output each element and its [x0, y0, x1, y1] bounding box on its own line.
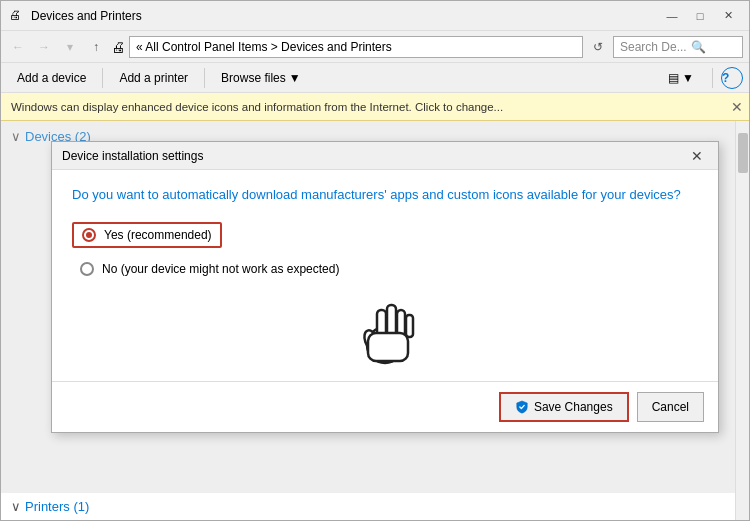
search-placeholder: Search De... [620, 40, 687, 54]
browse-files-button[interactable]: Browse files ▼ [211, 66, 311, 90]
dialog-question: Do you want to automatically download ma… [72, 186, 698, 204]
browse-files-arrow: ▼ [289, 71, 301, 85]
minimize-button[interactable]: — [659, 5, 685, 27]
window-icon: 🖨 [9, 8, 25, 24]
yes-option[interactable]: Yes (recommended) [72, 222, 222, 248]
svg-rect-6 [368, 333, 408, 361]
search-icon: 🔍 [691, 40, 706, 54]
address-path-text: « All Control Panel Items > Devices and … [136, 40, 392, 54]
toolbar-right: ▤ ▼ ? [658, 66, 743, 90]
window-controls: — □ ✕ [659, 5, 741, 27]
dialog-title: Device installation settings [62, 149, 686, 163]
toolbar: Add a device Add a printer Browse files … [1, 63, 749, 93]
close-button[interactable]: ✕ [715, 5, 741, 27]
dialog-close-button[interactable]: ✕ [686, 146, 708, 166]
dialog-footer: Save Changes Cancel [52, 381, 718, 432]
notification-text: Windows can display enhanced device icon… [11, 101, 503, 113]
toolbar-separator-3 [712, 68, 713, 88]
notification-bar: Windows can display enhanced device icon… [1, 93, 749, 121]
device-installation-dialog: Device installation settings ✕ Do you wa… [51, 141, 719, 433]
cancel-button[interactable]: Cancel [637, 392, 704, 422]
save-changes-button[interactable]: Save Changes [499, 392, 629, 422]
toolbar-separator-1 [102, 68, 103, 88]
maximize-button[interactable]: □ [687, 5, 713, 27]
refresh-button[interactable]: ↺ [587, 36, 609, 58]
view-icon: ▤ [668, 71, 679, 85]
shield-icon [515, 400, 529, 414]
printers-chevron-icon: ∨ [11, 499, 21, 514]
window-title: Devices and Printers [31, 9, 659, 23]
help-button[interactable]: ? [721, 67, 743, 89]
main-content: ∨ Devices (2) Device installation settin… [1, 121, 749, 520]
no-radio-button[interactable] [80, 262, 94, 276]
svg-rect-4 [406, 315, 413, 337]
cursor-area [72, 290, 698, 365]
title-bar: 🖨 Devices and Printers — □ ✕ [1, 1, 749, 31]
toolbar-separator-2 [204, 68, 205, 88]
add-device-button[interactable]: Add a device [7, 66, 96, 90]
view-button[interactable]: ▤ ▼ [658, 66, 704, 90]
recent-locations-button[interactable]: ▾ [59, 36, 81, 58]
hand-cursor-icon [353, 290, 418, 365]
back-button[interactable]: ← [7, 36, 29, 58]
yes-radio-label: Yes (recommended) [104, 228, 212, 242]
yes-radio-button[interactable] [82, 228, 96, 242]
no-radio-label: No (your device might not work as expect… [102, 262, 339, 276]
view-arrow: ▼ [682, 71, 694, 85]
dialog-overlay: Device installation settings ✕ Do you wa… [1, 121, 749, 520]
save-changes-label: Save Changes [534, 400, 613, 414]
browse-files-label: Browse files [221, 71, 286, 85]
search-box[interactable]: Search De... 🔍 [613, 36, 743, 58]
no-option[interactable]: No (your device might not work as expect… [72, 258, 698, 280]
main-window: 🖨 Devices and Printers — □ ✕ ← → ▾ ↑ 🖨 «… [0, 0, 750, 521]
address-path[interactable]: « All Control Panel Items > Devices and … [129, 36, 583, 58]
scrollbar-thumb[interactable] [738, 133, 748, 173]
add-printer-button[interactable]: Add a printer [109, 66, 198, 90]
dialog-title-bar: Device installation settings ✕ [52, 142, 718, 170]
notification-close-button[interactable]: ✕ [731, 99, 743, 115]
forward-button[interactable]: → [33, 36, 55, 58]
path-icon: 🖨 [111, 39, 125, 55]
printers-section-label: Printers (1) [25, 499, 89, 514]
printers-section-header: ∨ Printers (1) [1, 492, 735, 520]
up-button[interactable]: ↑ [85, 36, 107, 58]
dialog-body: Do you want to automatically download ma… [52, 170, 718, 381]
address-bar: ← → ▾ ↑ 🖨 « All Control Panel Items > De… [1, 31, 749, 63]
scrollbar[interactable] [735, 121, 749, 520]
